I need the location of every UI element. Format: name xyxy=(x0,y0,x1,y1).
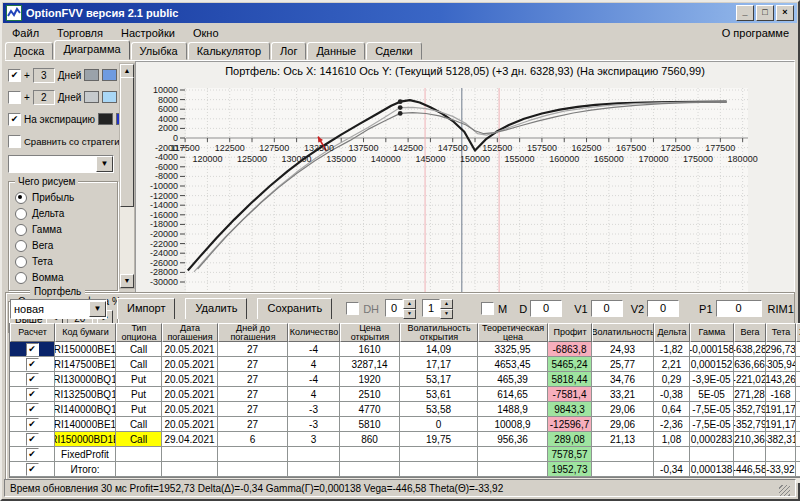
table-cell[interactable]: 0,000283 xyxy=(690,432,734,447)
maximize-button[interactable]: □ xyxy=(756,5,774,21)
table-cell[interactable] xyxy=(400,447,478,462)
column-header[interactable]: Дней до погашения xyxy=(218,323,288,342)
spinner-down-icon[interactable]: ▼ xyxy=(403,309,416,319)
table-cell[interactable]: 4 xyxy=(288,387,340,402)
table-cell[interactable]: 20.05.2021 xyxy=(162,417,218,432)
compare-strategy-checkbox[interactable] xyxy=(8,135,21,148)
calc-checkbox[interactable] xyxy=(26,403,39,416)
save-button[interactable]: Сохранить xyxy=(257,298,332,319)
spinner-up-icon[interactable]: ▲ xyxy=(440,299,453,309)
table-cell[interactable]: -1,82 xyxy=(654,342,690,357)
table-cell[interactable]: RI150000BE1 xyxy=(55,342,116,357)
table-cell[interactable]: -2,36 xyxy=(654,417,690,432)
table-cell[interactable]: 1,08 xyxy=(654,432,690,447)
radio-icon[interactable] xyxy=(15,224,27,236)
table-cell[interactable] xyxy=(796,447,800,462)
p1-field[interactable]: 0 xyxy=(716,300,762,317)
table-cell[interactable]: 1952,73 xyxy=(548,462,592,477)
days1-checkbox[interactable] xyxy=(8,69,21,82)
table-cell[interactable]: 20.05.2021 xyxy=(162,372,218,387)
table-cell[interactable] xyxy=(288,447,340,462)
table-cell[interactable]: RI147500BE1 xyxy=(55,357,116,372)
table-cell[interactable]: Call xyxy=(116,432,162,447)
menu-trading[interactable]: Торговля xyxy=(48,25,112,41)
calc-checkbox[interactable] xyxy=(26,343,39,356)
chevron-down-icon[interactable]: ▼ xyxy=(89,301,106,317)
d-field[interactable]: 0 xyxy=(530,300,562,317)
radio-icon[interactable] xyxy=(15,272,27,284)
row-calc-cell[interactable] xyxy=(10,357,55,372)
table-cell[interactable]: 20.05.2021 xyxy=(162,402,218,417)
dh-checkbox[interactable] xyxy=(346,302,359,315)
table-cell[interactable]: -221,02 xyxy=(734,372,766,387)
calc-checkbox[interactable] xyxy=(26,463,39,476)
import-button[interactable]: Импорт xyxy=(117,298,175,319)
table-cell[interactable]: 29.04.2021 xyxy=(162,432,218,447)
table-cell[interactable]: 3 xyxy=(288,432,340,447)
table-cell[interactable]: 21,13 xyxy=(592,432,654,447)
table-cell[interactable] xyxy=(592,447,654,462)
table-cell[interactable]: 296,73 xyxy=(766,342,796,357)
table-cell[interactable]: 191,17 xyxy=(766,402,796,417)
table-cell[interactable]: RI150000BD1E xyxy=(55,432,116,447)
scrollbar-thumb[interactable] xyxy=(120,77,134,207)
table-cell[interactable]: 2510 xyxy=(340,387,400,402)
dh-spinner-1[interactable]: 0 ▲▼ xyxy=(385,299,416,319)
column-header[interactable]: Вега xyxy=(734,323,766,342)
table-cell[interactable]: 53,58 xyxy=(400,402,478,417)
table-cell[interactable]: 191,17 xyxy=(766,417,796,432)
table-cell[interactable] xyxy=(218,447,288,462)
table-cell[interactable]: -3 xyxy=(288,402,340,417)
table-cell[interactable]: 1488,9 xyxy=(478,402,548,417)
table-cell[interactable]: 0,000152 xyxy=(690,357,734,372)
menu-settings[interactable]: Настройки xyxy=(112,25,184,41)
table-cell[interactable] xyxy=(478,462,548,477)
row-calc-cell[interactable] xyxy=(10,402,55,417)
radio-option-вомма[interactable]: Вомма xyxy=(15,270,113,285)
scroll-up-icon[interactable]: ▲ xyxy=(120,64,134,78)
table-cell[interactable]: -638,28 xyxy=(734,342,766,357)
calc-checkbox[interactable] xyxy=(26,373,39,386)
table-cell[interactable]: 27 xyxy=(218,357,288,372)
table-row[interactable]: RI140000BQ1Put20.05.202127-3477053,58148… xyxy=(10,402,800,417)
radio-option-тета[interactable]: Тета xyxy=(15,254,113,269)
table-cell[interactable]: 3325,95 xyxy=(478,342,548,357)
v2-field[interactable]: 0 xyxy=(647,300,679,317)
calc-checkbox[interactable] xyxy=(26,448,39,461)
table-cell[interactable]: -7,5E-05 xyxy=(690,402,734,417)
column-header[interactable]: Волатильность открытия xyxy=(400,323,478,342)
table-cell[interactable]: 27 xyxy=(218,402,288,417)
chevron-down-icon[interactable]: ▼ xyxy=(96,156,113,172)
column-header[interactable]: Гамма xyxy=(690,323,734,342)
tab-сделки[interactable]: Сделки xyxy=(366,42,422,60)
table-cell[interactable]: -3 xyxy=(288,417,340,432)
table-cell[interactable] xyxy=(796,417,800,432)
table-cell[interactable]: 860 xyxy=(340,432,400,447)
column-header[interactable]: Расчет xyxy=(10,323,55,342)
radio-option-гамма[interactable]: Гамма xyxy=(15,222,113,237)
table-cell[interactable] xyxy=(340,462,400,477)
table-cell[interactable]: -0,000158 xyxy=(690,342,734,357)
table-cell[interactable]: -0,34 xyxy=(654,462,690,477)
days1-input[interactable]: 3 xyxy=(33,68,55,83)
spinner-down-icon[interactable]: ▼ xyxy=(440,309,453,319)
scroll-down-icon[interactable]: ▼ xyxy=(120,274,134,288)
table-cell[interactable] xyxy=(592,462,654,477)
table-row[interactable]: RI132500BQ1Put20.05.2021274251053,61614,… xyxy=(10,387,800,402)
table-cell[interactable]: 5810 xyxy=(340,417,400,432)
row-calc-cell[interactable] xyxy=(10,387,55,402)
table-cell[interactable]: RI140000BE1 xyxy=(55,417,116,432)
table-cell[interactable]: 27 xyxy=(218,342,288,357)
table-cell[interactable]: 25,77 xyxy=(592,357,654,372)
expiration-color-swatch-1[interactable] xyxy=(98,113,113,125)
table-cell[interactable]: 14,09 xyxy=(400,342,478,357)
table-cell[interactable]: 1920 xyxy=(340,372,400,387)
table-cell[interactable]: 5818,44 xyxy=(548,372,592,387)
tab-лог[interactable]: Лог xyxy=(271,42,306,60)
column-header[interactable]: Дельта xyxy=(654,323,690,342)
table-cell[interactable]: 33,21 xyxy=(592,387,654,402)
table-cell[interactable]: 7578,57 xyxy=(548,447,592,462)
column-header[interactable]: Цена открытия xyxy=(340,323,400,342)
column-header[interactable]: Теоретическая цена xyxy=(478,323,548,342)
radio-option-дельта[interactable]: Дельта xyxy=(15,206,113,221)
